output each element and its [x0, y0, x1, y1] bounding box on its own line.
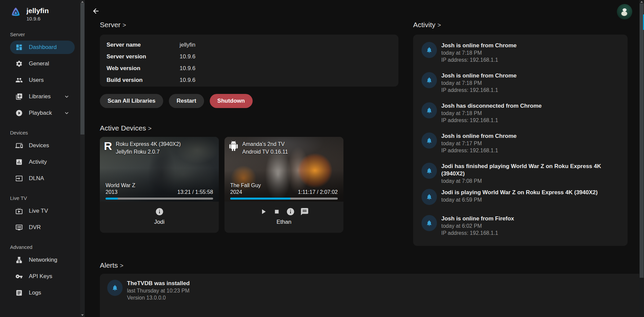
chevron-right-icon: >: [120, 262, 124, 269]
active-devices-heading[interactable]: Active Devices>: [100, 124, 151, 132]
client-version: Jellyfin Roku 2.0.7: [116, 148, 181, 155]
activity-avatar: [422, 189, 437, 205]
sidebar-item-live-tv[interactable]: Live TV: [10, 204, 75, 218]
bell-icon: [426, 167, 433, 174]
bell-icon: [426, 137, 433, 144]
sidebar-item-users[interactable]: Users: [10, 73, 75, 87]
sidebar-item-label: General: [29, 60, 49, 67]
chevron-down-icon[interactable]: [63, 93, 70, 100]
dashboard-icon: [15, 44, 23, 51]
sidebar-item-label: Networking: [29, 257, 57, 263]
device-card-footer: Jodi: [100, 202, 219, 233]
chevron-right-icon: >: [123, 22, 126, 29]
bell-icon: [426, 194, 433, 200]
playback-progressbar: [106, 198, 213, 200]
activity-avatar: [422, 215, 437, 231]
playback-progress-fill: [230, 198, 291, 200]
chevron-down-icon[interactable]: [63, 110, 70, 116]
activity-entry: Josh is online from Chrome today at 7:18…: [422, 72, 621, 102]
sidebar-item-label: Dashboard: [29, 44, 57, 51]
sidebar-item-libraries[interactable]: Libraries: [10, 90, 75, 103]
sidebar-scrollbar-thumb[interactable]: [80, 3, 84, 135]
sidebar-item-activity[interactable]: Activity: [10, 155, 75, 169]
dvr-icon: [15, 224, 23, 231]
media-year: 2024: [230, 189, 242, 196]
main-scrollbar-thumb[interactable]: [640, 3, 644, 278]
sidebar-item-dashboard[interactable]: Dashboard: [10, 41, 75, 54]
jellyfin-logo-icon: [10, 7, 21, 19]
section-label-server: Server: [10, 32, 85, 37]
info-icon[interactable]: [155, 207, 164, 216]
sidebar-item-logs[interactable]: Logs: [10, 286, 75, 300]
sidebar: jellyfin 10.9.6 Server Dashboard General…: [0, 0, 85, 317]
alert-avatar: [107, 280, 123, 296]
shutdown-button[interactable]: Shutdown: [210, 94, 253, 108]
chevron-right-icon: >: [148, 125, 152, 132]
device-name: Roku Express 4K (3940X2): [116, 141, 181, 148]
library-add-icon: [15, 93, 23, 100]
activity-avatar: [422, 102, 437, 118]
sidebar-item-general[interactable]: General: [10, 57, 75, 70]
device-card-footer: Ethan: [224, 202, 343, 233]
play-circle-icon: [15, 109, 23, 117]
app-title: jellyfin: [26, 7, 49, 15]
sidebar-item-label: Logs: [29, 289, 41, 296]
media-year: 2013: [106, 189, 118, 196]
devices-icon: [15, 142, 23, 149]
sidebar-item-api-keys[interactable]: API Keys: [10, 270, 75, 283]
scroll-up-icon[interactable]: [81, 1, 84, 3]
client-version: Android TV 0.16.11: [242, 148, 288, 155]
sidebar-item-label: API Keys: [29, 273, 52, 280]
bell-icon: [426, 77, 433, 84]
info-icon[interactable]: [286, 207, 295, 216]
server-info-row: Web version 10.9.6: [107, 62, 392, 74]
sidebar-item-devices[interactable]: Devices: [10, 139, 75, 152]
scroll-down-icon[interactable]: [81, 314, 84, 316]
sidebar-item-label: Devices: [29, 142, 49, 149]
gear-icon: [15, 60, 23, 67]
playback-time: 1:11:17 / 2:07:02: [298, 189, 338, 196]
restart-button[interactable]: Restart: [169, 94, 204, 108]
sidebar-item-label: DLNA: [29, 175, 44, 182]
activity-heading[interactable]: Activity>: [413, 21, 441, 29]
now-playing-backdrop: Amanda's 2nd TV Android TV 0.16.11 The F…: [224, 137, 343, 202]
chevron-right-icon: >: [438, 22, 441, 29]
play-icon[interactable]: [259, 208, 267, 216]
sidebar-item-label: Activity: [29, 159, 47, 165]
bell-icon: [426, 220, 433, 226]
server-info-row: Server version 10.9.6: [107, 51, 392, 62]
activity-entry: Josh is online from Firefox today at 6:0…: [422, 215, 621, 245]
activity-avatar: [422, 42, 437, 58]
media-title: The Fall Guy: [230, 182, 338, 189]
user-avatar[interactable]: [617, 4, 632, 19]
scroll-up-icon[interactable]: [640, 1, 643, 3]
sidebar-scrollbar: [80, 0, 85, 317]
session-user: Jodi: [154, 219, 165, 225]
users-icon: [15, 76, 23, 84]
bell-icon: [426, 47, 433, 53]
sidebar-item-dlna[interactable]: DLNA: [10, 172, 75, 185]
device-card-roku: R Roku Express 4K (3940X2) Jellyfin Roku…: [100, 137, 219, 233]
sidebar-item-dvr[interactable]: DVR: [10, 221, 75, 234]
back-arrow-icon[interactable]: [92, 7, 100, 15]
roku-logo-icon: R: [104, 140, 112, 152]
server-section-heading[interactable]: Server>: [100, 21, 126, 29]
section-label-advanced: Advanced: [10, 244, 85, 250]
key-icon: [15, 273, 23, 280]
chat-icon[interactable]: [300, 207, 309, 216]
app-header: jellyfin 10.9.6: [0, 0, 85, 21]
bar-chart-icon: [15, 158, 23, 166]
lan-icon: [15, 256, 23, 264]
sidebar-item-networking[interactable]: Networking: [10, 253, 75, 267]
activity-avatar: [422, 133, 437, 149]
main-content: Server> Server name jellyfin Server vers…: [85, 0, 644, 317]
alert-entry: TheTVDB was installed last Thursday at 1…: [107, 280, 636, 312]
playback-time: 13:21 / 1:55:58: [177, 189, 213, 196]
scan-all-libraries-button[interactable]: Scan All Libraries: [100, 94, 163, 108]
now-playing-backdrop: R Roku Express 4K (3940X2) Jellyfin Roku…: [100, 137, 219, 202]
sidebar-item-playback[interactable]: Playback: [10, 106, 75, 120]
input-icon: [15, 175, 23, 182]
main-scrollbar: [639, 0, 644, 317]
alerts-heading[interactable]: Alerts>: [100, 261, 123, 269]
stop-icon[interactable]: [273, 208, 281, 216]
